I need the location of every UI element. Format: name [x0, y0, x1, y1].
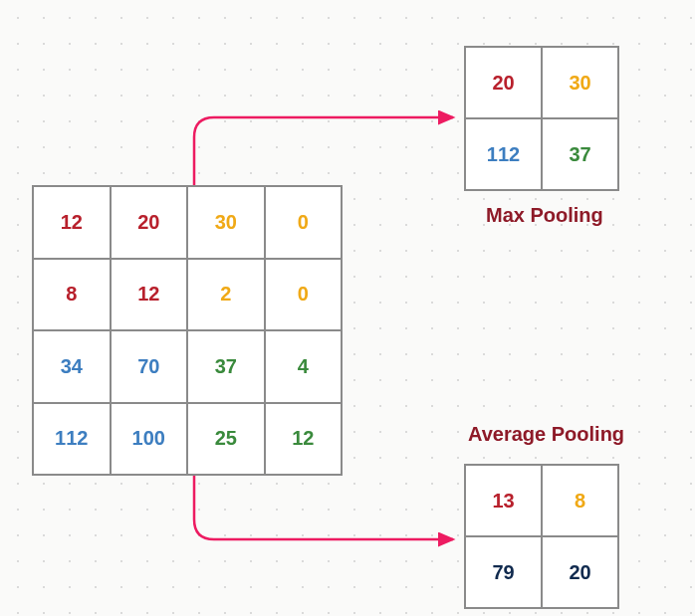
input-cell-3-1: 100 — [112, 404, 187, 475]
pooling-diagram: 12203008122034703741121002512 203011237 … — [0, 0, 695, 616]
input-cell-0-1: 20 — [112, 187, 187, 258]
input-cell-0-2: 30 — [188, 187, 264, 258]
input-cell-3-0: 112 — [34, 404, 110, 475]
input-cell-2-0: 34 — [34, 331, 110, 402]
max-cell-1-0: 112 — [466, 119, 541, 189]
input-cell-2-1: 70 — [112, 331, 187, 402]
input-cell-3-3: 12 — [266, 404, 342, 475]
arrow-to-max — [194, 117, 453, 185]
avg-cell-0-0: 13 — [466, 466, 541, 535]
max-cell-0-0: 20 — [466, 48, 541, 117]
input-cell-2-2: 37 — [188, 331, 264, 402]
avg-cell-1-0: 79 — [466, 537, 541, 607]
input-cell-1-2: 2 — [188, 260, 264, 330]
max-cell-0-1: 30 — [543, 48, 617, 117]
avg-cell-0-1: 8 — [543, 466, 617, 535]
input-cell-3-2: 25 — [188, 404, 264, 475]
max-cell-1-1: 37 — [543, 119, 617, 189]
average-pooling-label: Average Pooling — [468, 423, 624, 446]
arrow-to-avg — [194, 476, 453, 539]
avg-cell-1-1: 20 — [543, 537, 617, 607]
input-cell-1-3: 0 — [266, 260, 342, 330]
max-pooling-label: Max Pooling — [486, 204, 603, 227]
max-pooling-matrix: 203011237 — [464, 46, 619, 191]
input-matrix: 12203008122034703741121002512 — [32, 185, 343, 476]
input-cell-0-0: 12 — [34, 187, 110, 258]
input-cell-2-3: 4 — [266, 331, 342, 402]
average-pooling-matrix: 1387920 — [464, 464, 619, 609]
input-cell-0-3: 0 — [266, 187, 342, 258]
input-cell-1-1: 12 — [112, 260, 187, 330]
input-cell-1-0: 8 — [34, 260, 110, 330]
